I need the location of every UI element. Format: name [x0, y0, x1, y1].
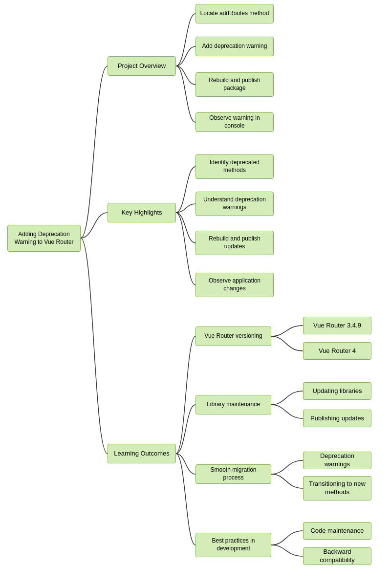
- node-transitioning_new: Transitioning to new methods: [303, 476, 371, 501]
- node-vue_router_versioning: Vue Router versioning: [196, 327, 271, 346]
- node-smooth_migration: Smooth migration process: [196, 464, 271, 484]
- node-backward_compat: Backward compatibility: [303, 547, 371, 565]
- node-rebuild_publish_package: Rebuild and publish package: [196, 72, 274, 97]
- node-updating_libraries: Updating libraries: [303, 382, 371, 400]
- node-key_highlights: Key Highlights: [108, 203, 176, 222]
- node-understand_deprecation: Understand deprecation warnings: [196, 192, 274, 216]
- node-project_overview: Project Overview: [108, 56, 176, 76]
- node-identify_deprecated: Identify deprecated methods: [196, 154, 274, 179]
- node-observe_app_changes: Observe application changes: [196, 273, 274, 297]
- node-observe_warning: Observe warning in console: [196, 112, 274, 132]
- node-publishing_updates: Publishing updates: [303, 410, 371, 427]
- node-vue_router_4: Vue Router 4: [303, 342, 371, 360]
- node-add_deprecation: Add deprecation warning: [196, 37, 274, 56]
- mindmap-diagram: Adding Deprecation Warning to Vue Router…: [0, 0, 391, 588]
- node-rebuild_publish_updates: Rebuild and publish updates: [196, 231, 274, 255]
- node-locate_addroutes: Locate addRoutes method: [196, 4, 274, 23]
- node-learning_outcomes: Learning Outcomes: [108, 444, 176, 463]
- node-root: Adding Deprecation Warning to Vue Router: [7, 225, 81, 252]
- node-code_maintenance: Code maintenance: [303, 522, 371, 540]
- node-vue_router_349: Vue Router 3.4.9: [303, 317, 371, 334]
- node-best_practices: Best practices in development: [196, 533, 271, 557]
- node-library_maintenance: Library maintenance: [196, 395, 271, 414]
- node-deprecation_warnings: Deprecation warnings: [303, 452, 371, 469]
